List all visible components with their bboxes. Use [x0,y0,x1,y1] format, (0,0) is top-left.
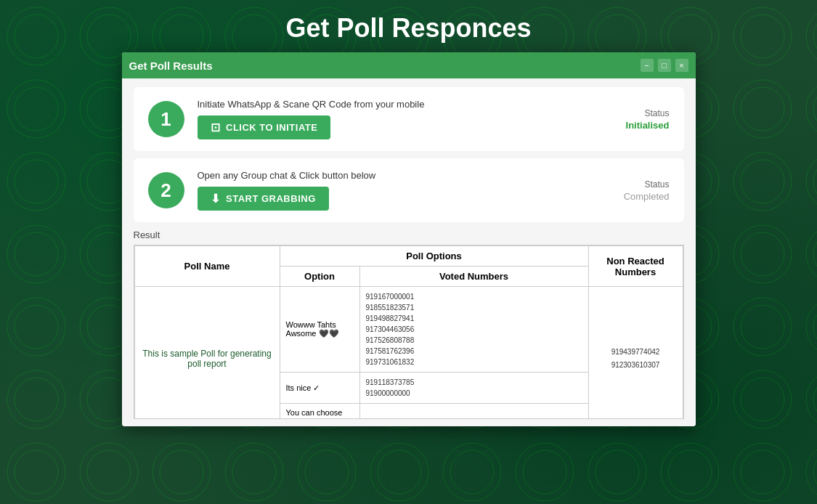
voted-numbers-cell: 91911837378591900000000 [359,373,588,404]
step2-description: Open any Group chat & Click button below [198,170,569,181]
result-table: Poll Name Poll Options Non Reacted Numbe… [134,245,683,419]
minimize-button[interactable]: − [641,59,654,72]
result-table-container[interactable]: Poll Name Poll Options Non Reacted Numbe… [134,245,684,419]
main-window: Get Poll Results − □ × 1 Initiate WhatsA… [122,52,696,426]
close-button[interactable]: × [675,59,688,72]
table-row: This is sample Poll for generating poll … [134,287,683,373]
step2-status: Status Completed [582,179,670,202]
window-titlebar: Get Poll Results − □ × [122,52,696,78]
page-title: Get Poll Responces [0,0,817,52]
qr-icon: ⊡ [211,121,221,134]
non-reacted-cell: 919439774042912303610307 [588,287,683,420]
col-header-poll-name: Poll Name [134,246,280,287]
initiate-button[interactable]: ⊡ CLICK TO INITIATE [198,115,331,139]
initiate-button-label: CLICK TO INITIATE [226,122,317,133]
step1-content: Initiate WhatsApp & Scane QR Code from y… [198,99,569,139]
step2-circle: 2 [148,172,184,208]
window-title: Get Poll Results [129,60,213,72]
step1-status-value: Initialised [626,120,670,131]
option-cell: Wowww Tahts Awsome 🖤🖤 [280,287,359,373]
voted-numbers-cell: 9191670000019185518235719194988279419173… [359,287,588,373]
step2-status-value: Completed [624,191,670,202]
poll-name-cell: This is sample Poll for generating poll … [134,287,280,420]
step1-status: Status Initialised [582,108,670,131]
col-header-poll-options: Poll Options [280,246,588,267]
step1-card: 1 Initiate WhatsApp & Scane QR Code from… [134,87,684,151]
step1-description: Initiate WhatsApp & Scane QR Code from y… [198,99,569,110]
step2-card: 2 Open any Group chat & Click button bel… [134,158,684,222]
window-controls: − □ × [641,59,688,72]
grab-icon: ⬇ [211,192,221,206]
maximize-button[interactable]: □ [658,59,671,72]
step2-status-label: Status [644,179,669,190]
option-cell: You can choose this [280,404,359,420]
step2-content: Open any Group chat & Click button below… [198,170,569,211]
result-label: Result [134,229,684,240]
window-body: 1 Initiate WhatsApp & Scane QR Code from… [122,78,696,426]
voted-numbers-cell [359,404,588,420]
grab-button-label: START GRABBING [226,193,316,204]
step1-status-label: Status [644,108,669,118]
sub-header-voted: Voted Numbers [359,267,588,287]
sub-header-option: Option [280,267,359,287]
option-cell: Its nice ✓ [280,373,359,404]
result-section: Result Poll Name Poll Options Non Reacte… [134,229,684,419]
step1-circle: 1 [148,101,184,137]
grab-button[interactable]: ⬇ START GRABBING [198,187,329,211]
col-header-non-reacted: Non Reacted Numbers [588,246,683,287]
